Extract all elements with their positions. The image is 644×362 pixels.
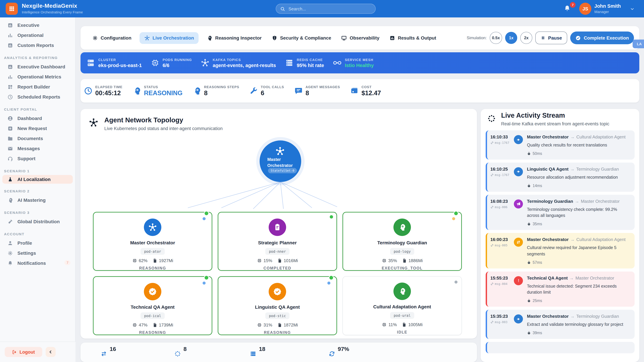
event-time: 15:55:23 bbox=[490, 275, 510, 280]
master-orchestrator-node[interactable]: Master Orchestrator StatefulSet-0 bbox=[260, 140, 301, 182]
search-input[interactable] bbox=[288, 6, 366, 11]
event-item[interactable]: 15:55:23 msg-004 Technical QA AgentMaste… bbox=[486, 271, 634, 307]
app-subtitle: Intelligence Orchestrating Every Frame bbox=[22, 10, 83, 14]
app-title: Nexgile-MediaGenix bbox=[22, 3, 83, 9]
sidebar-item-notifications[interactable]: Notifications 7 bbox=[0, 258, 75, 268]
agent-cpu: 35% bbox=[388, 258, 397, 263]
speed-2x-button[interactable]: 2x bbox=[520, 32, 532, 44]
agent-card-master-orchestrator[interactable]: Master Orchestrator pod-ator 62% 1927Mi … bbox=[93, 212, 212, 271]
app-logo[interactable] bbox=[6, 3, 18, 15]
tab-security-compliance[interactable]: Security & Compliance bbox=[270, 32, 333, 44]
tab-reasoning-inspector[interactable]: Reasoning Inspector bbox=[205, 32, 264, 44]
logout-button[interactable]: Logout bbox=[5, 347, 42, 357]
banner-label: REDIS CACHE bbox=[297, 58, 324, 61]
cluster-info: CLUSTER eks-prod-us-east-1 bbox=[86, 58, 142, 68]
fingerprint-icon bbox=[490, 205, 494, 209]
agent-memory: 1739Mi bbox=[159, 323, 173, 328]
agent-memory: 1016Mi bbox=[284, 258, 298, 263]
kafka-info: KAFKA TOPICS agent-events, agent-results bbox=[200, 58, 276, 68]
agent-card-technical-qa[interactable]: Technical QA Agent pod-ical 47% 1739Mi R… bbox=[93, 276, 212, 335]
complete-execution-button[interactable]: Complete Execution bbox=[570, 31, 634, 44]
sidebar-item-new-request[interactable]: New Request bbox=[0, 123, 75, 133]
sidebar-item-ai-localization[interactable]: AI Localization bbox=[2, 175, 73, 184]
chevron-down-icon[interactable] bbox=[630, 7, 634, 11]
pods-info: PODS RUNNING 6/6 bbox=[150, 58, 192, 68]
sidebar-item-ai-mastering[interactable]: AI Mastering bbox=[0, 195, 75, 205]
banner-value: eks-prod-us-east-1 bbox=[98, 62, 142, 68]
tab-label: Security & Compliance bbox=[280, 35, 331, 40]
avatar[interactable]: JS bbox=[579, 3, 591, 15]
stat-messages: 16 bbox=[100, 343, 116, 357]
event-time: 16:00:23 bbox=[490, 237, 510, 242]
logout-label: Logout bbox=[20, 350, 35, 355]
event-item[interactable]: 16:10:33 msg-1767 Master OrchestratorCul… bbox=[486, 130, 634, 160]
tab-bar: Configuration Live Orchestration Reasoni… bbox=[80, 26, 639, 50]
agent-status: REASONING bbox=[264, 331, 291, 335]
event-item[interactable]: 16:00:23 msg-005 Master OrchestratorCult… bbox=[486, 233, 634, 268]
sidebar-item-executive[interactable]: Executive bbox=[0, 20, 75, 30]
agent-card-linguistic-qa[interactable]: Linguistic QA Agent pod-stic 31% 1872Mi … bbox=[218, 276, 337, 335]
agent-card-strategic-planner[interactable]: Strategic Planner pod-nner 15% 1016Mi CO… bbox=[218, 212, 337, 271]
sidebar-item-settings[interactable]: Settings bbox=[0, 248, 75, 258]
sidebar-item-executive-dashboard[interactable]: Executive Dashboard bbox=[0, 62, 75, 72]
arrow-icon bbox=[570, 314, 575, 319]
sidebar-section-title: ACCOUNT bbox=[4, 232, 75, 236]
speed-1x-button[interactable]: 1x bbox=[505, 32, 517, 44]
agent-card-cultural-adaptation[interactable]: Cultural Adaptation Agent pod-ural 11% 1… bbox=[342, 276, 462, 335]
sidebar-item-operational[interactable]: Operational bbox=[0, 30, 75, 40]
sidebar-item-messages[interactable]: Messages bbox=[0, 143, 75, 153]
tab-configuration[interactable]: Configuration bbox=[90, 32, 134, 44]
agent-name: Linguistic QA Agent bbox=[255, 304, 300, 310]
sidebar-item-label: Executive Dashboard bbox=[18, 64, 65, 69]
sidebar-item-support[interactable]: Support bbox=[0, 153, 75, 164]
agent-card-terminology-guardian[interactable]: Terminology Guardian pod-logy 35% 1886Mi… bbox=[342, 212, 462, 271]
event-item[interactable]: 15:35:23 msg-003 Master OrchestratorTerm… bbox=[486, 310, 634, 339]
sidebar-item-custom-reports[interactable]: Custom Reports bbox=[0, 40, 75, 50]
tab-live-orchestration[interactable]: Live Orchestration bbox=[140, 32, 199, 44]
user-menu[interactable]: John Smith Manager bbox=[594, 3, 621, 14]
agent-name: Terminology Guardian bbox=[377, 240, 427, 245]
metric-value: $12.47 bbox=[362, 89, 381, 97]
agent-status: REASONING bbox=[139, 266, 166, 270]
event-msg-id: msg-005 bbox=[495, 244, 508, 247]
speed-0-5x-button[interactable]: 0.5x bbox=[490, 32, 502, 44]
banner-value: agent-events, agent-results bbox=[213, 62, 276, 68]
stat-events: 18 bbox=[250, 343, 265, 357]
notifications-button[interactable]: 7 bbox=[564, 5, 574, 14]
activity-title: Live Activity Stream bbox=[501, 112, 609, 119]
check-circle-icon bbox=[576, 35, 581, 41]
sidebar-item-report-builder[interactable]: Report Builder bbox=[0, 82, 75, 92]
event-time: 15:35:23 bbox=[490, 314, 510, 319]
chat-icon bbox=[294, 86, 303, 95]
tab-label: Observability bbox=[350, 35, 379, 40]
memory-icon bbox=[152, 323, 157, 328]
sidebar-item-operational-metrics[interactable]: Operational Metrics bbox=[0, 72, 75, 82]
event-item[interactable]: 16:10:25 msg-1767 Linguistic QA AgentTer… bbox=[486, 163, 634, 192]
metric-label: COST bbox=[362, 85, 381, 89]
head-gear-icon bbox=[394, 219, 411, 236]
agent-cpu: 47% bbox=[139, 323, 148, 328]
agent-name: Cultural Adaptation Agent bbox=[373, 304, 431, 309]
agent-pod-badge: pod-ator bbox=[140, 248, 165, 255]
sidebar-collapse-button[interactable] bbox=[46, 347, 56, 357]
event-list[interactable]: 16:10:33 msg-1767 Master OrchestratorCul… bbox=[486, 130, 634, 353]
app-window: Nexgile-MediaGenix Intelligence Orchestr… bbox=[0, 0, 644, 362]
agent-pod-badge: pod-nner bbox=[265, 248, 290, 255]
metric-value: 6 bbox=[261, 89, 284, 97]
search-bar[interactable] bbox=[276, 4, 376, 14]
sidebar-item-scheduled-reports[interactable]: Scheduled Reports bbox=[0, 92, 75, 102]
send-icon bbox=[514, 167, 523, 176]
event-item[interactable]: 16:08:23 msg-006 Terminology GuardianMas… bbox=[486, 195, 634, 230]
sidebar-item-documents[interactable]: Documents bbox=[0, 133, 75, 143]
metric-value: 8 bbox=[204, 89, 239, 97]
sidebar-item-global-distribution[interactable]: Global Distribution bbox=[0, 217, 75, 227]
pause-button[interactable]: Pause bbox=[535, 31, 567, 44]
floating-widget-badge[interactable]: LA bbox=[632, 39, 644, 48]
tab-observability[interactable]: Observability bbox=[339, 32, 381, 44]
event-duration: 14ms bbox=[533, 184, 542, 188]
sidebar-item-profile[interactable]: Profile bbox=[0, 238, 75, 248]
tab-results-output[interactable]: Results & Output bbox=[388, 32, 438, 44]
sidebar-item-dashboard[interactable]: Dashboard bbox=[0, 113, 75, 123]
event-to: Master Orchestrator bbox=[576, 275, 614, 280]
topology-title: Agent Network Topology bbox=[104, 116, 222, 124]
